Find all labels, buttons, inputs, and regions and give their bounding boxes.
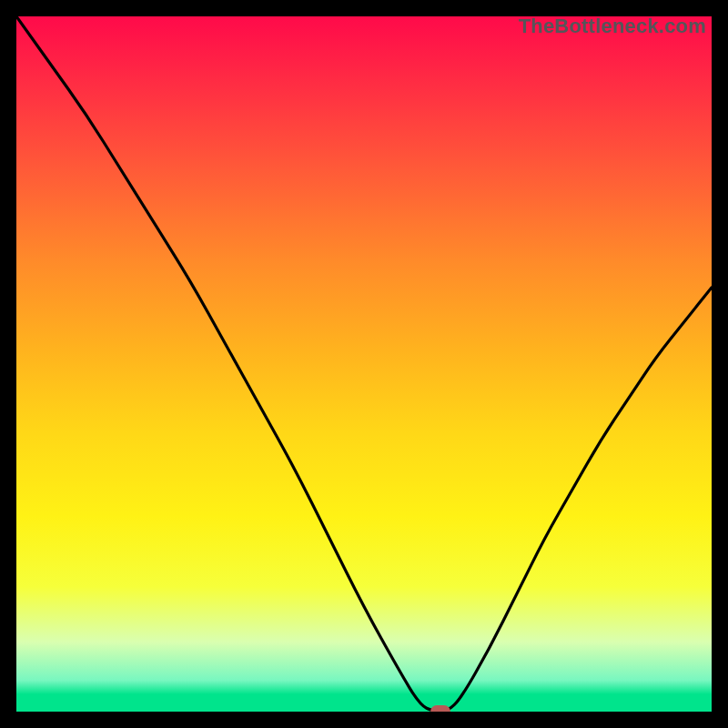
watermark-text: TheBottleneck.com	[519, 16, 706, 36]
minimum-marker	[430, 705, 450, 712]
bottleneck-curve	[16, 16, 712, 712]
plot-area: TheBottleneck.com	[16, 16, 712, 712]
chart-frame: TheBottleneck.com	[0, 0, 728, 728]
